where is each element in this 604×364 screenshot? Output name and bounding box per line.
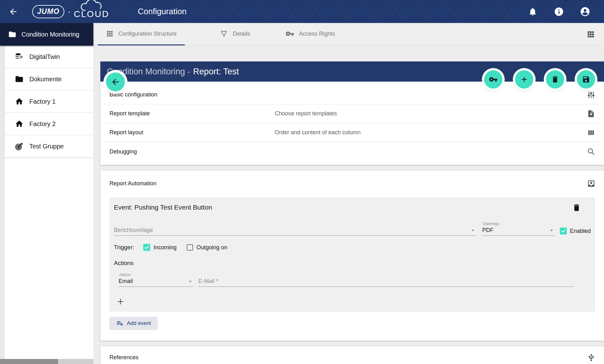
save-icon bbox=[582, 75, 590, 84]
page-title: Configuration bbox=[138, 7, 187, 16]
trash-icon bbox=[572, 203, 581, 212]
tab-label: Access Rights bbox=[299, 31, 335, 37]
arrow-left-icon bbox=[9, 7, 18, 16]
jumo-logo-badge: JUMO bbox=[32, 5, 64, 18]
home-icon bbox=[15, 97, 24, 106]
detail-title-main: Report: Test bbox=[193, 67, 239, 77]
tab-details[interactable]: Details bbox=[212, 23, 258, 45]
event-form-row: Berichtsvorlage Datentyp PDF bbox=[114, 221, 591, 236]
trash-icon bbox=[551, 75, 559, 84]
sidebar-item-factory-1[interactable]: Factory 1 bbox=[5, 90, 93, 113]
scrollbar-thumb[interactable] bbox=[0, 359, 58, 364]
sidebar-item-dokumente[interactable]: Dokumente bbox=[5, 68, 93, 90]
row-debugging[interactable]: Debugging bbox=[100, 142, 604, 161]
sidebar-item-label: Factory 2 bbox=[29, 120, 56, 128]
add-event-button[interactable]: Add event bbox=[109, 317, 158, 330]
action-select[interactable]: Aktion Email bbox=[119, 272, 193, 287]
checkbox-unchecked-icon bbox=[187, 244, 193, 251]
folder-icon bbox=[15, 75, 24, 84]
report-automation-card: Report Automation Event: Pushing Test Ev… bbox=[100, 170, 604, 341]
key-icon bbox=[285, 29, 294, 38]
row-report-template[interactable]: Report template Choose report templates bbox=[100, 104, 604, 123]
select-placeholder: Berichtsvorlage bbox=[114, 227, 153, 234]
funnel-icon bbox=[220, 30, 228, 38]
report-template-select[interactable]: Berichtsvorlage bbox=[114, 227, 476, 236]
checkbox-checked-icon bbox=[143, 244, 150, 251]
tune-icon bbox=[586, 90, 596, 100]
trigger-incoming-checkbox[interactable]: Incoming bbox=[143, 244, 177, 251]
add-fab[interactable] bbox=[515, 70, 533, 89]
row-label: Report template bbox=[100, 110, 275, 117]
row-label: Report layout bbox=[100, 129, 275, 136]
tab-configuration-structure[interactable]: Configuration Structure bbox=[98, 23, 185, 45]
references-card[interactable]: References bbox=[100, 346, 604, 364]
account-icon bbox=[580, 6, 590, 17]
email-input[interactable]: E-Mail * bbox=[198, 278, 574, 287]
jumo-cloud-app: JUMO · CLOUD Configuration bbox=[0, 0, 604, 364]
info-icon bbox=[554, 7, 564, 17]
bell-icon bbox=[528, 7, 537, 16]
playlist-add-icon bbox=[116, 320, 124, 327]
plus-icon bbox=[520, 75, 529, 84]
logo-separator: · bbox=[67, 7, 70, 17]
sidebar-item-label: DigitalTwin bbox=[29, 53, 60, 61]
target-icon bbox=[15, 142, 24, 151]
row-label: Basic configuration bbox=[100, 91, 275, 98]
trigger-row: Trigger: Incoming Outgoing on bbox=[114, 244, 591, 251]
sidebar-item-digitaltwin[interactable]: DigitalTwin bbox=[5, 46, 93, 68]
view-columns-icon bbox=[586, 128, 596, 137]
header-back-button[interactable] bbox=[7, 5, 20, 18]
sidebar-horizontal-scrollbar[interactable] bbox=[0, 359, 93, 364]
row-report-layout[interactable]: Report layout Order and content of each … bbox=[100, 123, 604, 142]
plus-icon bbox=[116, 298, 125, 306]
delete-fab[interactable] bbox=[546, 70, 564, 89]
row-value: Choose report templates bbox=[275, 110, 337, 117]
section-gap bbox=[93, 341, 604, 346]
sidebar-item-condition-monitoring[interactable]: Condition Monitoring bbox=[0, 23, 93, 46]
trigger-label: Trigger: bbox=[114, 244, 134, 251]
add-action-button[interactable] bbox=[115, 296, 126, 307]
detail-content: Condition Monitoring - Report: Test bbox=[93, 61, 604, 364]
arrow-left-icon bbox=[111, 77, 120, 87]
grid-icon bbox=[106, 30, 114, 38]
checkbox-label: Enabled bbox=[570, 228, 591, 234]
tab-access-rights[interactable]: Access Rights bbox=[277, 23, 343, 45]
tab-label: Details bbox=[233, 31, 250, 37]
basic-configuration-card: Basic configuration Report template Choo… bbox=[100, 82, 604, 165]
app-header: JUMO · CLOUD Configuration bbox=[0, 0, 604, 23]
tab-label: Configuration Structure bbox=[118, 31, 177, 37]
cloud-outline-icon bbox=[78, 0, 108, 13]
section-title: Report Automation bbox=[109, 180, 156, 187]
add-event-label: Add event bbox=[127, 320, 151, 326]
enabled-checkbox[interactable]: Enabled bbox=[560, 228, 591, 236]
datatype-select[interactable]: Datentyp PDF bbox=[482, 221, 555, 236]
back-fab-button[interactable] bbox=[106, 72, 125, 91]
notifications-button[interactable] bbox=[527, 6, 538, 17]
select-value: PDF bbox=[482, 227, 494, 234]
sidebar-item-factory-2[interactable]: Factory 2 bbox=[5, 113, 93, 135]
apps-grid-button[interactable] bbox=[586, 29, 596, 39]
delete-event-button[interactable] bbox=[571, 202, 582, 213]
chevron-down-icon bbox=[470, 227, 476, 234]
trigger-outgoing-checkbox[interactable]: Outgoing on bbox=[187, 244, 227, 251]
actions-title: Actions bbox=[114, 260, 591, 267]
account-button[interactable] bbox=[579, 6, 591, 17]
sidebar-item-label: Dokumente bbox=[29, 76, 62, 83]
access-key-fab[interactable] bbox=[484, 70, 502, 89]
sidebar-item-test-gruppe[interactable]: Test Gruppe bbox=[5, 135, 93, 158]
home-icon bbox=[15, 119, 24, 128]
tab-bar: Configuration Structure Details Access R… bbox=[93, 23, 604, 46]
sidebar-item-label: Condition Monitoring bbox=[21, 31, 79, 38]
apps-grid-icon bbox=[587, 30, 595, 38]
input-placeholder: E-Mail * bbox=[198, 278, 218, 285]
section-gap bbox=[93, 165, 604, 170]
row-label: Debugging bbox=[100, 148, 275, 155]
info-button[interactable] bbox=[553, 6, 565, 17]
save-fab[interactable] bbox=[577, 70, 595, 89]
checkbox-label: Outgoing on bbox=[196, 244, 227, 251]
search-icon bbox=[586, 147, 596, 156]
move-to-inbox-icon[interactable] bbox=[586, 179, 596, 188]
sidebar-item-label: Test Gruppe bbox=[29, 143, 64, 150]
detail-fab-actions bbox=[484, 70, 595, 89]
section-title: References bbox=[100, 354, 138, 361]
